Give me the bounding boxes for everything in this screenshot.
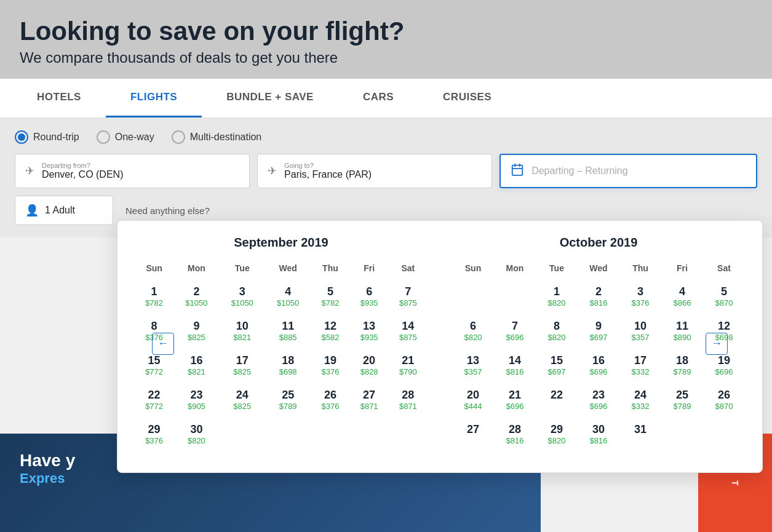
cal-day[interactable]: 25$789 — [268, 386, 308, 413]
calendar-day-cell[interactable]: 25$789 — [661, 383, 703, 417]
calendar-day-cell[interactable]: 6$820 — [452, 314, 494, 348]
cal-day[interactable]: 9$825 — [176, 317, 217, 344]
going-to-input[interactable]: ✈ Going to? Paris, France (PAR) — [257, 154, 492, 188]
calendar-day-cell[interactable]: 20$828 — [350, 348, 389, 383]
tab-bundle[interactable]: BUNDLE + SAVE — [202, 79, 338, 117]
departing-from-input[interactable]: ✈ Departing from? Denver, CO (DEN) — [15, 154, 250, 188]
cal-day[interactable]: 5$870 — [706, 283, 742, 310]
cal-day[interactable]: 28$816 — [496, 421, 533, 448]
cal-day[interactable]: 3$376 — [622, 283, 659, 310]
cal-day[interactable]: 13$357 — [455, 352, 491, 379]
cal-day[interactable]: 15$772 — [137, 352, 171, 379]
calendar-day-cell[interactable]: 22$772 — [135, 383, 173, 417]
cal-day[interactable]: 20$828 — [352, 352, 386, 379]
cal-day[interactable]: 24$825 — [222, 386, 263, 413]
calendar-day-cell[interactable]: 11$890 — [661, 314, 703, 348]
cal-day[interactable]: 26$376 — [313, 386, 347, 413]
calendar-day-cell[interactable]: 13$357 — [452, 348, 494, 383]
cal-day[interactable]: 10$357 — [622, 317, 659, 344]
calendar-day-cell[interactable]: 16$821 — [173, 348, 219, 383]
cal-day[interactable]: 6$820 — [455, 317, 491, 344]
calendar-day-cell[interactable]: 18$698 — [265, 348, 311, 383]
calendar-day-cell[interactable]: 5$870 — [703, 279, 745, 314]
calendar-day-cell[interactable]: 24$825 — [220, 383, 265, 417]
calendar-day-cell[interactable]: 29$376 — [135, 417, 173, 451]
cal-day[interactable]: 21$696 — [496, 386, 533, 413]
cal-day[interactable]: 7$696 — [496, 317, 533, 344]
calendar-day-cell[interactable]: 13$935 — [350, 314, 389, 348]
calendar-day-cell[interactable]: 30$820 — [173, 417, 219, 451]
cal-day[interactable]: 6$935 — [352, 283, 386, 310]
cal-day[interactable]: 22 — [538, 386, 575, 404]
cal-day[interactable]: 15$697 — [538, 352, 575, 379]
cal-day[interactable]: 23$696 — [580, 386, 617, 413]
cal-day[interactable]: 20$444 — [455, 386, 491, 413]
calendar-day-cell[interactable]: 1$820 — [536, 279, 578, 314]
cal-day[interactable]: 10$821 — [222, 317, 263, 344]
prev-month-button[interactable]: ← — [152, 333, 174, 355]
calendar-day-cell[interactable]: 5$782 — [311, 279, 349, 314]
calendar-day-cell[interactable]: 4$1050 — [265, 279, 311, 314]
cal-day[interactable]: 18$789 — [664, 352, 701, 379]
calendar-day-cell[interactable]: 17$332 — [619, 348, 661, 383]
cal-day[interactable]: 8$820 — [538, 317, 575, 344]
calendar-day-cell[interactable]: 23$905 — [173, 383, 219, 417]
cal-day[interactable]: 30$816 — [580, 421, 617, 448]
calendar-day-cell[interactable]: 26$376 — [311, 383, 349, 417]
cal-day[interactable]: 11$890 — [664, 317, 701, 344]
next-month-button[interactable]: → — [706, 333, 728, 355]
calendar-day-cell[interactable]: 25$789 — [265, 383, 311, 417]
cal-day[interactable]: 19$696 — [706, 352, 742, 379]
cal-day[interactable]: 1$782 — [137, 283, 171, 310]
calendar-day-cell[interactable]: 3$376 — [619, 279, 661, 314]
cal-day[interactable]: 30$820 — [176, 421, 217, 448]
calendar-day-cell[interactable]: 24$332 — [619, 383, 661, 417]
calendar-day-cell[interactable]: 1$782 — [135, 279, 173, 314]
cal-day[interactable]: 21$790 — [391, 352, 425, 379]
calendar-day-cell[interactable]: 14$816 — [494, 348, 536, 383]
calendar-day-cell[interactable]: 20$444 — [452, 383, 494, 417]
cal-day[interactable]: 2$816 — [580, 283, 617, 310]
cal-day[interactable]: 11$885 — [268, 317, 308, 344]
cal-day[interactable]: 4$866 — [664, 283, 701, 310]
radio-round-trip[interactable]: Round-trip — [15, 130, 79, 144]
cal-day[interactable]: 28$871 — [391, 386, 425, 413]
calendar-day-cell[interactable]: 17$825 — [220, 348, 265, 383]
cal-day[interactable]: 2$1050 — [176, 283, 217, 310]
calendar-day-cell[interactable]: 27 — [452, 417, 494, 451]
calendar-day-cell[interactable]: 14$875 — [389, 314, 428, 348]
cal-day[interactable]: 1$820 — [538, 283, 575, 310]
radio-one-way[interactable]: One-way — [97, 130, 154, 144]
cal-day[interactable]: 19$376 — [313, 352, 347, 379]
calendar-day-cell[interactable]: 9$697 — [578, 314, 619, 348]
calendar-day-cell[interactable]: 9$825 — [173, 314, 219, 348]
calendar-day-cell[interactable]: 18$789 — [661, 348, 703, 383]
cal-day[interactable]: 27$871 — [352, 386, 386, 413]
cal-day[interactable]: 22$772 — [137, 386, 171, 413]
tab-flights[interactable]: FLIGHTS — [106, 79, 202, 117]
traveler-input[interactable]: 👤 1 Adult — [15, 196, 113, 225]
cal-day[interactable]: 31 — [622, 421, 659, 439]
calendar-day-cell[interactable]: 21$790 — [389, 348, 428, 383]
calendar-day-cell[interactable]: 19$376 — [311, 348, 349, 383]
radio-multi-destination[interactable]: Multi-destination — [172, 130, 262, 144]
cal-day[interactable]: 13$935 — [352, 317, 386, 344]
calendar-day-cell[interactable]: 2$816 — [578, 279, 619, 314]
calendar-day-cell[interactable]: 15$697 — [536, 348, 578, 383]
calendar-day-cell[interactable]: 27$871 — [350, 383, 389, 417]
tab-cruises[interactable]: CRUISES — [418, 79, 516, 117]
cal-day[interactable]: 18$698 — [268, 352, 308, 379]
cal-day[interactable]: 26$870 — [706, 386, 742, 413]
calendar-day-cell[interactable]: 21$696 — [494, 383, 536, 417]
calendar-day-cell[interactable]: 29$820 — [536, 417, 578, 451]
cal-day[interactable]: 16$696 — [580, 352, 617, 379]
calendar-day-cell[interactable]: 8$820 — [536, 314, 578, 348]
cal-day[interactable]: 12$582 — [313, 317, 347, 344]
calendar-day-cell[interactable]: 26$870 — [703, 383, 745, 417]
calendar-day-cell[interactable]: 10$821 — [220, 314, 265, 348]
cal-day[interactable]: 16$821 — [176, 352, 217, 379]
calendar-day-cell[interactable]: 10$357 — [619, 314, 661, 348]
calendar-day-cell[interactable]: 2$1050 — [173, 279, 219, 314]
calendar-day-cell[interactable]: 11$885 — [265, 314, 311, 348]
calendar-day-cell[interactable]: 28$816 — [494, 417, 536, 451]
